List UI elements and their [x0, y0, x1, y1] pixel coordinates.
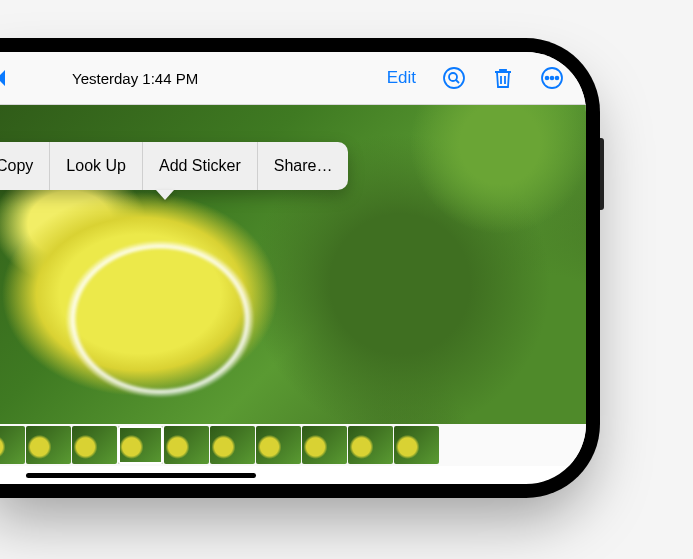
thumbnail[interactable] — [118, 426, 163, 464]
svg-point-8 — [556, 77, 559, 80]
thumbnail[interactable] — [210, 426, 255, 464]
thumbnail[interactable] — [256, 426, 301, 464]
thumbnail-strip[interactable] — [0, 424, 586, 466]
context-menu: Copy Look Up Add Sticker Share… — [0, 142, 348, 190]
screen: Yesterday 1:44 PM Edit — [0, 52, 586, 484]
thumbnail[interactable] — [72, 426, 117, 464]
svg-line-2 — [456, 80, 459, 83]
menu-item-add-sticker[interactable]: Add Sticker — [143, 142, 257, 190]
more-icon[interactable] — [540, 66, 564, 90]
menu-item-share[interactable]: Share… — [258, 142, 349, 190]
subject-highlight — [10, 194, 310, 424]
timestamp-label: Yesterday 1:44 PM — [72, 70, 198, 87]
device-frame: Yesterday 1:44 PM Edit — [0, 38, 600, 498]
thumbnail[interactable] — [302, 426, 347, 464]
menu-item-copy[interactable]: Copy — [0, 142, 49, 190]
visual-lookup-icon[interactable] — [442, 66, 466, 90]
menu-caret — [156, 190, 174, 200]
svg-point-7 — [551, 77, 554, 80]
edit-button[interactable]: Edit — [387, 68, 416, 88]
side-button — [600, 138, 604, 210]
home-indicator[interactable] — [26, 473, 256, 478]
svg-point-1 — [449, 73, 457, 81]
thumbnail[interactable] — [0, 426, 25, 464]
menu-item-look-up[interactable]: Look Up — [50, 142, 142, 190]
volume-icon[interactable] — [0, 69, 16, 87]
thumbnail[interactable] — [26, 426, 71, 464]
trash-icon[interactable] — [492, 66, 514, 90]
svg-point-0 — [444, 68, 464, 88]
thumbnail[interactable] — [348, 426, 393, 464]
navigation-bar: Yesterday 1:44 PM Edit — [0, 52, 586, 105]
thumbnail[interactable] — [164, 426, 209, 464]
svg-point-6 — [546, 77, 549, 80]
thumbnail[interactable] — [394, 426, 439, 464]
